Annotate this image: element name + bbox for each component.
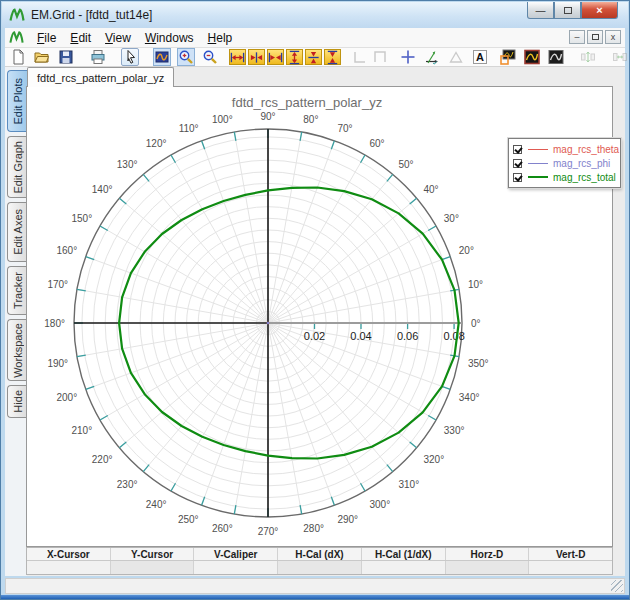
horizontal-spacing-button[interactable] bbox=[611, 48, 629, 66]
plot-style-alt-button[interactable] bbox=[547, 48, 565, 66]
legend-line-sample bbox=[528, 163, 548, 164]
save-file-button[interactable] bbox=[57, 48, 75, 66]
sidebar-tab-edit-axes[interactable]: Edit Axes bbox=[7, 202, 27, 262]
window-frame-bottom bbox=[1, 595, 629, 599]
readout-value-cell bbox=[529, 561, 612, 574]
frame-corner-right-button[interactable] bbox=[371, 48, 389, 66]
legend-checkbox[interactable] bbox=[513, 173, 522, 182]
readout-column-header: Horz-D bbox=[446, 548, 530, 560]
expand-x-button[interactable] bbox=[229, 49, 246, 65]
maximize-button[interactable] bbox=[554, 2, 581, 19]
sidebar-tab-label: Edit Axes bbox=[12, 209, 24, 255]
menu-bar: FileEditViewWindowsHelp – x bbox=[5, 28, 625, 48]
mdi-restore-button[interactable] bbox=[587, 30, 603, 44]
menu-windows[interactable]: Windows bbox=[138, 29, 201, 47]
menu-help[interactable]: Help bbox=[201, 29, 240, 47]
readout-column-header: X-Cursor bbox=[27, 548, 111, 560]
new-file-button[interactable] bbox=[9, 48, 27, 66]
menu-edit[interactable]: Edit bbox=[63, 29, 98, 47]
legend-checkbox[interactable] bbox=[513, 145, 522, 154]
legend-entry-mag_rcs_total[interactable]: mag_rcs_total bbox=[513, 170, 616, 184]
legend-checkbox[interactable] bbox=[513, 159, 522, 168]
plot-style-dark-button[interactable] bbox=[523, 48, 541, 66]
svg-text:170°: 170° bbox=[47, 279, 68, 290]
frame-corner-left-button[interactable] bbox=[351, 48, 369, 66]
select-cursor-button[interactable] bbox=[121, 48, 139, 66]
chart-title: fdtd_rcs_pattern_polar_yz bbox=[27, 95, 587, 110]
sidebar-tab-label: Edit Graph bbox=[12, 141, 24, 194]
minimize-button[interactable]: — bbox=[527, 2, 554, 19]
title-bar: EM.Grid - [fdtd_tut14e] — × bbox=[2, 2, 628, 28]
svg-text:210°: 210° bbox=[72, 425, 93, 436]
plot-thumbnail-button[interactable] bbox=[499, 48, 517, 66]
print-button[interactable] bbox=[89, 48, 107, 66]
legend: mag_rcs_thetamag_rcs_phimag_rcs_total bbox=[508, 138, 621, 188]
sidebar-tab-workspace[interactable]: Workspace bbox=[7, 319, 27, 381]
svg-text:120°: 120° bbox=[146, 138, 167, 149]
compress-y-button[interactable] bbox=[324, 49, 341, 65]
sidebar-tab-edit-graph[interactable]: Edit Graph bbox=[7, 136, 27, 198]
document-tab[interactable]: fdtd_rcs_pattern_polar_yz bbox=[27, 67, 174, 87]
svg-text:30°: 30° bbox=[444, 213, 459, 224]
svg-text:130°: 130° bbox=[117, 159, 138, 170]
svg-text:0.08: 0.08 bbox=[443, 330, 464, 342]
marker-triangle-button[interactable] bbox=[447, 48, 465, 66]
window-title: EM.Grid - [fdtd_tut14e] bbox=[31, 8, 152, 22]
legend-entry-mag_rcs_theta[interactable]: mag_rcs_theta bbox=[513, 142, 616, 156]
document-tab-label: fdtd_rcs_pattern_polar_yz bbox=[37, 72, 164, 84]
fit-to-window-button[interactable] bbox=[153, 48, 171, 66]
svg-text:340°: 340° bbox=[459, 392, 480, 403]
svg-text:A: A bbox=[476, 51, 484, 63]
svg-text:70°: 70° bbox=[337, 123, 352, 134]
svg-text:90°: 90° bbox=[260, 111, 275, 122]
svg-text:350°: 350° bbox=[468, 358, 489, 369]
center-x-button[interactable] bbox=[248, 49, 265, 65]
legend-line-sample bbox=[528, 149, 548, 150]
legend-label: mag_rcs_phi bbox=[553, 158, 610, 169]
mdi-close-button[interactable]: x bbox=[605, 30, 621, 44]
app-logo-icon bbox=[9, 7, 25, 23]
zoom-out-button[interactable] bbox=[201, 48, 219, 66]
svg-text:0.04: 0.04 bbox=[350, 330, 371, 342]
menu-file[interactable]: File bbox=[30, 29, 63, 47]
readout-value-cell bbox=[27, 561, 111, 574]
legend-label: mag_rcs_theta bbox=[553, 144, 619, 155]
axes-tool-button[interactable] bbox=[423, 48, 441, 66]
svg-text:280°: 280° bbox=[303, 523, 324, 534]
svg-text:20°: 20° bbox=[459, 245, 474, 256]
sidebar-tab-label: Edit Plots bbox=[12, 78, 24, 124]
svg-text:0°: 0° bbox=[471, 318, 481, 329]
svg-text:0.02: 0.02 bbox=[304, 330, 325, 342]
svg-text:330°: 330° bbox=[444, 425, 465, 436]
svg-text:270°: 270° bbox=[258, 526, 279, 537]
sidebar-tab-hide[interactable]: Hide bbox=[7, 385, 27, 418]
open-file-button[interactable] bbox=[33, 48, 51, 66]
svg-text:200°: 200° bbox=[57, 392, 78, 403]
svg-text:150°: 150° bbox=[72, 213, 93, 224]
plot-page: 0.020.040.060.080°10°20°30°40°50°60°70°8… bbox=[26, 86, 613, 547]
maximize-icon bbox=[564, 7, 572, 14]
compress-x-button[interactable] bbox=[267, 49, 284, 65]
legend-label: mag_rcs_total bbox=[553, 172, 616, 183]
text-annotation-button[interactable]: A bbox=[471, 48, 489, 66]
svg-text:60°: 60° bbox=[370, 138, 385, 149]
mdi-minimize-button[interactable]: – bbox=[569, 30, 585, 44]
crosshair-button[interactable] bbox=[399, 48, 417, 66]
sidebar-tab-tracker[interactable]: Tracker bbox=[7, 266, 27, 315]
close-button[interactable]: × bbox=[581, 2, 618, 19]
svg-text:220°: 220° bbox=[92, 454, 113, 465]
sidebar-tab-edit-plots[interactable]: Edit Plots bbox=[7, 70, 27, 132]
readout-column-header: Y-Cursor bbox=[111, 548, 195, 560]
zoom-in-button[interactable] bbox=[177, 48, 195, 66]
application-window: EM.Grid - [fdtd_tut14e] — × FileEditView… bbox=[0, 0, 630, 600]
resize-grip[interactable] bbox=[611, 580, 623, 592]
svg-text:100°: 100° bbox=[212, 114, 233, 125]
center-y-button[interactable] bbox=[305, 49, 322, 65]
vertical-spacing-button[interactable] bbox=[579, 48, 597, 66]
readout-column-header: H-Cal (dX) bbox=[278, 548, 362, 560]
menu-view[interactable]: View bbox=[98, 29, 138, 47]
restore-icon bbox=[592, 34, 599, 40]
readout-value-cell bbox=[111, 561, 195, 574]
legend-entry-mag_rcs_phi[interactable]: mag_rcs_phi bbox=[513, 156, 616, 170]
expand-y-button[interactable] bbox=[286, 49, 303, 65]
